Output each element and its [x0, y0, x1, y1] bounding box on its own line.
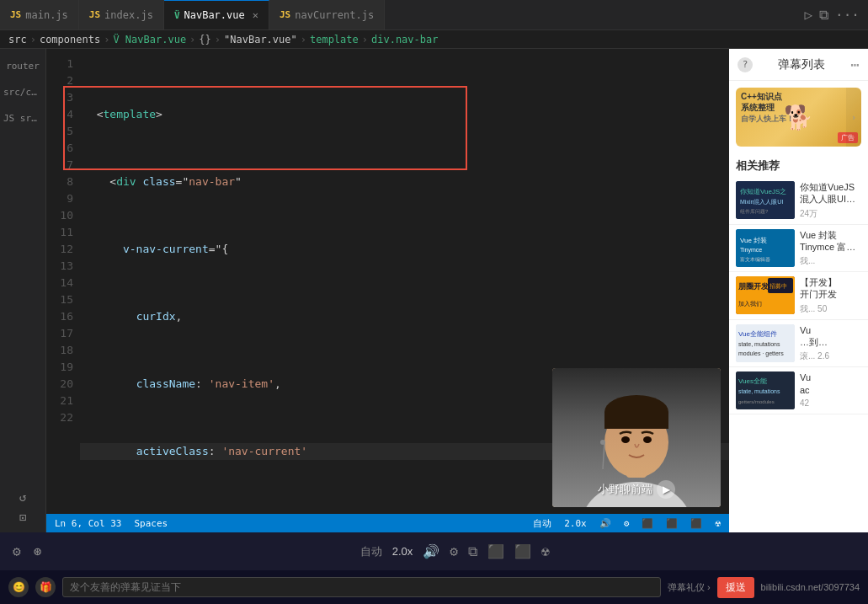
screen-bottom-icon[interactable]: ⬛: [487, 543, 504, 559]
gift-icon[interactable]: 🎁: [35, 577, 56, 597]
emoji-icon[interactable]: 😊: [8, 577, 29, 597]
left-sidebar: router src/co... JS src/... ↺ ⊡: [0, 49, 46, 532]
svg-rect-5: [604, 412, 668, 429]
chat-bar: 😊 🎁 弹幕礼仪 › 援送 bilibili.csdn.net/3097734: [0, 570, 868, 604]
breadcrumb-template[interactable]: template: [310, 34, 359, 45]
volume-bottom-icon[interactable]: 🔊: [423, 543, 439, 559]
svg-point-6: [621, 436, 630, 443]
svg-text:state, mutations: state, mutations: [738, 388, 780, 394]
help-icon[interactable]: ?: [738, 57, 753, 72]
tab-label: navCurrent.js: [295, 9, 374, 21]
play-icon[interactable]: ▶: [657, 480, 675, 499]
tab-label: NavBar.vue: [184, 9, 245, 21]
rec-thumb: Vue 封装 Tinymce 富文本编辑器: [736, 229, 795, 267]
rec-item[interactable]: Vue 封装 Tinymce 富文本编辑器 Vue 封装 Tinymce 富文本…: [729, 225, 868, 273]
rec-item[interactable]: 朋圈开发 招募中 加入我们 【开发】开门开发 我... 50: [729, 272, 868, 320]
pip-bottom-icon[interactable]: ⧉: [468, 543, 477, 559]
copy-icon[interactable]: ⊡: [19, 510, 26, 524]
breadcrumb-navbar-vue[interactable]: V̈ NavBar.vue: [113, 34, 186, 45]
settings-bottom-icon[interactable]: ⚙: [13, 543, 21, 559]
domain-label: bilibili.csdn.net/3097734: [761, 582, 860, 592]
sidebar-item-js[interactable]: JS src/...: [0, 110, 45, 127]
breadcrumb: src › components › V̈ NavBar.vue › {} › …: [0, 30, 868, 49]
cursor-position: Ln 6, Col 33: [55, 518, 121, 529]
split-icon[interactable]: ⧉: [819, 7, 828, 23]
breadcrumb-sep3: ›: [189, 34, 195, 45]
svg-text:你知道VueJS之: 你知道VueJS之: [740, 188, 786, 195]
svg-text:加入我们: 加入我们: [738, 301, 762, 307]
tab-toolbar: ▷ ⧉ ···: [804, 7, 868, 23]
breadcrumb-quote[interactable]: "NavBar.vue": [224, 34, 297, 45]
status-right: 自动 2.0x 🔊 ⚙ ⬛ ⬛ ⬛ ☢: [533, 517, 721, 530]
tab-index-js[interactable]: JS index.js: [79, 0, 164, 29]
sidebar-item-router[interactable]: router: [0, 57, 45, 75]
speed-label: 2.0x: [564, 518, 587, 529]
tab-navbar-vue[interactable]: V̈ NavBar.vue ✕: [164, 0, 269, 29]
chat-input[interactable]: [62, 577, 661, 597]
js-icon: JS: [10, 9, 21, 20]
settings-icon[interactable]: ⚙: [624, 518, 630, 529]
cast-icon[interactable]: ⬛: [690, 518, 702, 529]
scroll-right-button[interactable]: ›: [846, 88, 861, 147]
report-bottom-icon[interactable]: ☢: [541, 543, 550, 559]
rec-meta: 我... 50: [800, 303, 861, 315]
tab-label: index.js: [104, 9, 153, 21]
bottom-bar: ⚙ ⊛ 自动 2.0x 🔊 ⚙ ⧉ ⬛ ⬛ ☢: [0, 532, 868, 570]
svg-text:招募中: 招募中: [769, 283, 787, 289]
rec-title: Vue 封装 Tinymce 富文本 编辑器: [800, 229, 861, 254]
rec-title: Vuac: [800, 371, 861, 396]
svg-point-7: [643, 436, 652, 443]
breadcrumb-divnavbar[interactable]: div.nav-bar: [371, 34, 438, 45]
sidebar-item-src[interactable]: src/co...: [0, 83, 45, 101]
speed-display[interactable]: 2.0x: [392, 545, 413, 558]
svg-text:Vues全能: Vues全能: [738, 377, 767, 385]
svg-text:getters/modules: getters/modules: [738, 399, 775, 404]
breadcrumb-components[interactable]: components: [40, 34, 100, 45]
code-area: 12345 678910 1112131415 1617181920 2122 …: [46, 49, 729, 532]
share-bottom-icon[interactable]: ⊛: [34, 543, 42, 559]
pip-icon[interactable]: ⬛: [642, 518, 653, 529]
rec-title: 你知道VueJS混入人眼UI组件库吗?: [800, 181, 861, 206]
cast-bottom-icon[interactable]: ⬛: [514, 543, 531, 559]
gear-bottom-icon[interactable]: ⚙: [450, 543, 458, 559]
rec-meta: 我...: [800, 255, 861, 267]
svg-text:modules · getters: modules · getters: [738, 350, 784, 357]
rec-title: 【开发】开门开发: [800, 276, 861, 301]
featured-card[interactable]: 🐕 C++知识点 系统整理 自学人快上车！ 广告 ›: [736, 88, 861, 147]
breadcrumb-braces: {}: [199, 34, 210, 45]
tab-navcurrent-js[interactable]: JS navCurrent.js: [269, 0, 385, 29]
undo-icon[interactable]: ↺: [19, 490, 26, 504]
watermark-text: 小野聊前端: [598, 482, 652, 497]
rec-info: Vuac 42: [800, 371, 861, 409]
run-icon[interactable]: ▷: [804, 7, 812, 23]
rec-info: 你知道VueJS混入人眼UI组件库吗? 24万: [800, 181, 861, 220]
volume-icon[interactable]: 🔊: [599, 518, 611, 529]
svg-text:state, mutations: state, mutations: [738, 341, 780, 347]
related-section-title: 相关推荐: [729, 153, 868, 177]
close-icon[interactable]: ✕: [253, 9, 258, 21]
breadcrumb-src[interactable]: src: [8, 34, 27, 45]
rec-meta: 42: [800, 398, 861, 408]
danger-icon[interactable]: ☢: [715, 518, 721, 529]
breadcrumb-sep4: ›: [215, 34, 221, 45]
rec-thumb: Vues全能 state, mutations getters/modules: [736, 371, 795, 409]
tab-main-js[interactable]: JS main.js: [0, 0, 79, 29]
rec-item[interactable]: Vue全能组件 state, mutations modules · gette…: [729, 320, 868, 368]
rec-item[interactable]: Vues全能 state, mutations getters/modules …: [729, 367, 868, 414]
auto-label: 自动: [360, 544, 382, 559]
svg-text:朋圈开发: 朋圈开发: [738, 282, 769, 291]
fullscreen-icon[interactable]: ⬛: [666, 518, 678, 529]
more-icon[interactable]: ···: [835, 7, 860, 23]
recommendations-list: 你知道VueJS之 Mixin混入人眼UI 组件库问题? 你知道VueJS混入人…: [729, 177, 868, 532]
rec-item[interactable]: 你知道VueJS之 Mixin混入人眼UI 组件库问题? 你知道VueJS混入人…: [729, 177, 868, 225]
panel-more-icon[interactable]: ⋯: [850, 56, 860, 73]
danmu-ritual-label[interactable]: 弹幕礼仪 ›: [668, 581, 711, 594]
send-button[interactable]: 援送: [717, 577, 754, 598]
svg-text:Vue 封装: Vue 封装: [740, 237, 767, 244]
spaces-label: Spaces: [134, 518, 168, 529]
vue-icon: V̈: [174, 10, 180, 21]
rec-info: Vue 封装 Tinymce 富文本 编辑器 我...: [800, 229, 861, 268]
svg-text:富文本编辑器: 富文本编辑器: [740, 256, 770, 262]
right-panel: ? 弹幕列表 ⋯ 🐕 C++知识点 系统整理 自学人快上车！ 广告 › 相关推荐: [729, 49, 868, 532]
status-bar: Ln 6, Col 33 Spaces 自动 2.0x 🔊 ⚙ ⬛ ⬛ ⬛ ☢: [46, 514, 729, 532]
